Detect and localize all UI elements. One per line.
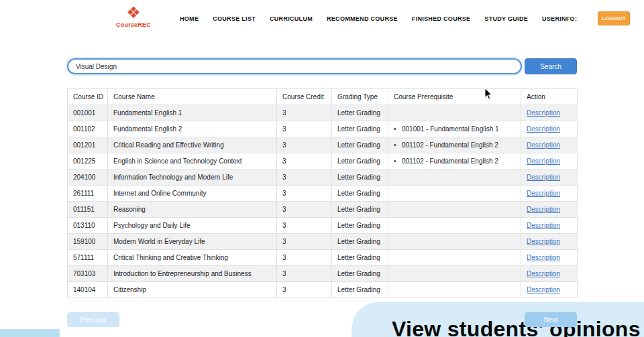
grading-type-cell: Letter Grading: [332, 234, 388, 250]
course-prerequisite-cell: •001102 - Fundamental English 2: [388, 153, 521, 170]
course-credit-cell: 3: [277, 282, 332, 298]
description-link[interactable]: Description: [527, 222, 560, 229]
course-id-cell: 011151: [68, 202, 108, 218]
course-name-cell: Reasoning: [108, 202, 277, 218]
course-name-cell: Fundamental English 2: [108, 121, 277, 137]
nav-item-recommend-course[interactable]: RECOMMEND COURSE: [327, 15, 398, 22]
action-cell: Description: [521, 218, 578, 234]
grading-type-cell: Letter Grading: [332, 266, 388, 282]
table-row: 001201 Critical Reading and Effective Wr…: [68, 137, 578, 153]
bottom-left-strip: [0, 329, 60, 337]
course-id-cell: 261111: [68, 186, 108, 202]
description-link[interactable]: Description: [527, 238, 560, 245]
course-name-cell: Internet and Online Community: [108, 186, 277, 202]
next-page-button[interactable]: Next: [525, 312, 577, 327]
course-credit-cell: 3: [277, 218, 332, 234]
action-cell: Description: [521, 202, 578, 218]
course-id-cell: 001201: [68, 137, 108, 153]
grading-type-cell: Letter Grading: [332, 218, 388, 234]
column-header-course-credit: Course Credit: [277, 89, 332, 105]
column-header-action: Action: [521, 89, 578, 105]
nav-item-curriculum[interactable]: CURRICULUM: [270, 15, 313, 22]
action-cell: Description: [521, 250, 578, 266]
action-cell: Description: [521, 234, 578, 250]
logout-button[interactable]: LOGOUT: [598, 11, 630, 25]
nav-item-course-list[interactable]: COURSE LIST: [213, 15, 256, 22]
grading-type-cell: Letter Grading: [332, 250, 388, 266]
table-row: 140104 Citizenship 3 Letter Grading Desc…: [68, 282, 578, 298]
course-name-cell: Modern World in Everyday Life: [108, 234, 277, 250]
grading-type-cell: Letter Grading: [332, 121, 388, 137]
table-row: 013110 Psychology and Daily Life 3 Lette…: [68, 218, 578, 234]
description-link[interactable]: Description: [527, 286, 560, 293]
description-link[interactable]: Description: [527, 157, 560, 165]
table-row: 204100 Information Technology and Modern…: [68, 170, 578, 186]
course-credit-cell: 3: [277, 153, 332, 170]
previous-page-button[interactable]: Previous: [67, 312, 119, 327]
course-id-cell: 703103: [68, 266, 108, 282]
bullet-icon: •: [394, 125, 402, 133]
column-header-course-prerequisite: Course Prerequisite: [388, 89, 521, 105]
course-table: Course ID Course Name Course Credit Grad…: [67, 88, 578, 298]
table-header-row: Course ID Course Name Course Credit Grad…: [68, 89, 578, 105]
courserec-logo-icon: ❖: [126, 4, 141, 21]
mouse-cursor: [484, 88, 493, 100]
course-credit-cell: 3: [277, 202, 332, 218]
grading-type-cell: Letter Grading: [332, 282, 388, 298]
search-input[interactable]: [67, 58, 522, 74]
table-row: 011151 Reasoning 3 Letter Grading Descri…: [68, 202, 578, 218]
course-name-cell: Citizenship: [108, 282, 277, 298]
table-row: 571111 Critical Thinking and Creative Th…: [68, 250, 578, 266]
course-prerequisite-cell: [388, 202, 521, 218]
course-prerequisite-cell: •001102 - Fundamental English 2: [388, 137, 521, 153]
table-row: 703103 Introduction to Entrepreneurship …: [68, 266, 578, 282]
search-button[interactable]: Search: [525, 58, 577, 74]
grading-type-cell: Letter Grading: [332, 105, 388, 121]
nav-item-study-guide[interactable]: STUDY GUIDE: [484, 15, 528, 22]
description-link[interactable]: Description: [527, 254, 560, 261]
brand-logo[interactable]: ❖ CourseREC: [112, 4, 155, 28]
course-id-cell: 140104: [68, 282, 108, 298]
grading-type-cell: Letter Grading: [332, 153, 388, 170]
bullet-icon: •: [394, 141, 402, 149]
grading-type-cell: Letter Grading: [332, 170, 388, 186]
course-id-cell: 159100: [68, 234, 108, 250]
nav-item-home[interactable]: HOME: [180, 15, 199, 22]
course-name-cell: Information Technology and Modern Life: [108, 170, 277, 186]
column-header-course-id: Course ID: [68, 89, 108, 105]
description-link[interactable]: Description: [527, 125, 560, 133]
course-prerequisite-cell: [388, 250, 521, 266]
course-name-cell: Critical Thinking and Creative Thinking: [108, 250, 277, 266]
nav-item-userinfo[interactable]: USERINFO:: [542, 15, 577, 22]
action-cell: Description: [521, 153, 578, 170]
description-link[interactable]: Description: [527, 109, 560, 117]
course-credit-cell: 3: [277, 234, 332, 250]
course-name-cell: Fundamental English 1: [108, 105, 277, 121]
description-link[interactable]: Description: [527, 270, 560, 277]
description-link[interactable]: Description: [527, 174, 560, 181]
course-credit-cell: 3: [277, 105, 332, 121]
app-screen: ❖ CourseREC HOMECOURSE LISTCURRICULUMREC…: [0, 0, 644, 337]
description-link[interactable]: Description: [527, 206, 560, 213]
description-link[interactable]: Description: [527, 141, 560, 149]
table-row: 001225 English in Science and Technology…: [68, 153, 578, 170]
course-id-cell: 001102: [68, 121, 108, 137]
action-cell: Description: [521, 282, 578, 298]
action-cell: Description: [521, 266, 578, 282]
overlay-caption-text: View students’ opinions: [392, 317, 641, 337]
table-row: 001001 Fundamental English 1 3 Letter Gr…: [68, 105, 578, 121]
description-link[interactable]: Description: [527, 190, 560, 197]
column-header-grading-type: Grading Type: [332, 89, 388, 105]
course-credit-cell: 3: [277, 266, 332, 282]
course-table-body: 001001 Fundamental English 1 3 Letter Gr…: [68, 105, 578, 298]
course-prerequisite-cell: •001001 - Fundamental English 1: [388, 121, 521, 137]
course-prerequisite-cell: [388, 266, 521, 282]
course-id-cell: 571111: [68, 250, 108, 266]
course-credit-cell: 3: [277, 170, 332, 186]
bullet-icon: •: [394, 157, 402, 165]
course-prerequisite-cell: [388, 234, 521, 250]
nav-item-finished-course[interactable]: FINISHED COURSE: [412, 15, 471, 22]
action-cell: Description: [521, 137, 578, 153]
main-nav: HOMECOURSE LISTCURRICULUMRECOMMEND COURS…: [180, 0, 577, 38]
course-id-cell: 001225: [68, 153, 108, 170]
